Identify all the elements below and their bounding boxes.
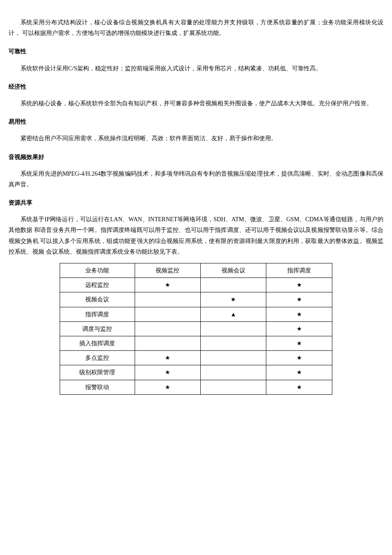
table-row: 级别权限管理 ★ ★ <box>60 365 332 380</box>
td-cell: ★ <box>266 307 332 321</box>
paragraph-av-quality: 系统采用先进的MPEG-4/H.264数字视频编码技术，和多项华纬讯自有专利的音… <box>9 168 383 190</box>
heading-resource-sharing: 资源共享 <box>9 197 383 208</box>
td-label: 级别权限管理 <box>60 365 135 380</box>
heading-reliability: 可靠性 <box>9 46 383 57</box>
td-cell: ★ <box>266 278 332 292</box>
td-cell <box>200 321 266 336</box>
td-label: 指挥调度 <box>60 307 135 321</box>
table-row: 远程监控 ★ ★ <box>60 278 332 292</box>
table-row: 插入指挥调度 ★ <box>60 336 332 350</box>
table-header-row: 业务功能 视频监控 视频会议 指挥调度 <box>60 263 332 278</box>
td-cell <box>135 307 200 321</box>
td-cell: ★ <box>135 365 200 380</box>
td-label: 调度与监控 <box>60 321 135 336</box>
td-cell <box>200 365 266 380</box>
td-label: 插入指挥调度 <box>60 336 135 350</box>
td-cell <box>135 321 200 336</box>
table-row: 视频会议 ★ ★ <box>60 292 332 307</box>
th-feature: 业务功能 <box>60 263 135 278</box>
td-cell: ★ <box>200 292 266 307</box>
td-cell: ★ <box>135 351 200 365</box>
td-cell: ★ <box>266 351 332 365</box>
heading-usability: 易用性 <box>9 116 383 127</box>
td-cell: ★ <box>135 278 200 292</box>
paragraph-usability: 紧密结合用户不同应用需求，系统操作流程明晰、高效；软件界面简洁、友好，易于操作和… <box>9 133 383 144</box>
td-cell <box>200 380 266 394</box>
td-cell <box>200 351 266 365</box>
th-video-conf: 视频会议 <box>200 263 266 278</box>
td-cell: ▲ <box>200 307 266 321</box>
paragraph-intro: 系统采用分布式结构设计，核心设备综合视频交换机具有大容量的处理能力并支持级联，方… <box>9 17 383 38</box>
td-label: 多点监控 <box>60 351 135 365</box>
td-label: 报警联动 <box>60 380 135 394</box>
td-cell <box>200 336 266 350</box>
table-row: 多点监控 ★ ★ <box>60 351 332 365</box>
table-row: 指挥调度 ▲ ★ <box>60 307 332 321</box>
td-cell: ★ <box>135 380 200 394</box>
paragraph-resource-sharing: 系统基于IP网络运行，可以运行在LAN、WAN、INTERNET等网络环境，SD… <box>9 214 383 257</box>
paragraph-reliability: 系统软件设计采用C/S架构，稳定性好；监控前端采用嵌入式设计，采用专用芯片，结构… <box>9 63 383 74</box>
td-cell: ★ <box>266 365 332 380</box>
table-row: 报警联动 ★ ★ <box>60 380 332 394</box>
td-cell: ★ <box>266 380 332 394</box>
heading-av-quality: 音视频效果好 <box>9 152 383 162</box>
td-label: 远程监控 <box>60 278 135 292</box>
paragraph-economy: 系统的核心设备，核心系统软件全部为自有知识产权，并可兼容多种音视频相关外围设备，… <box>9 98 383 109</box>
table-row: 调度与监控 ★ <box>60 321 332 336</box>
td-cell: ★ <box>266 292 332 307</box>
td-cell <box>200 278 266 292</box>
td-label: 视频会议 <box>60 292 135 307</box>
th-video-monitor: 视频监控 <box>135 263 200 278</box>
heading-economy: 经济性 <box>9 81 383 92</box>
th-command-dispatch: 指挥调度 <box>266 263 332 278</box>
feature-comparison-table: 业务功能 视频监控 视频会议 指挥调度 远程监控 ★ ★ 视频会议 ★ ★ 指挥… <box>60 263 332 395</box>
td-cell: ★ <box>266 336 332 350</box>
td-cell: ★ <box>266 321 332 336</box>
td-cell <box>135 336 200 350</box>
td-cell <box>135 292 200 307</box>
